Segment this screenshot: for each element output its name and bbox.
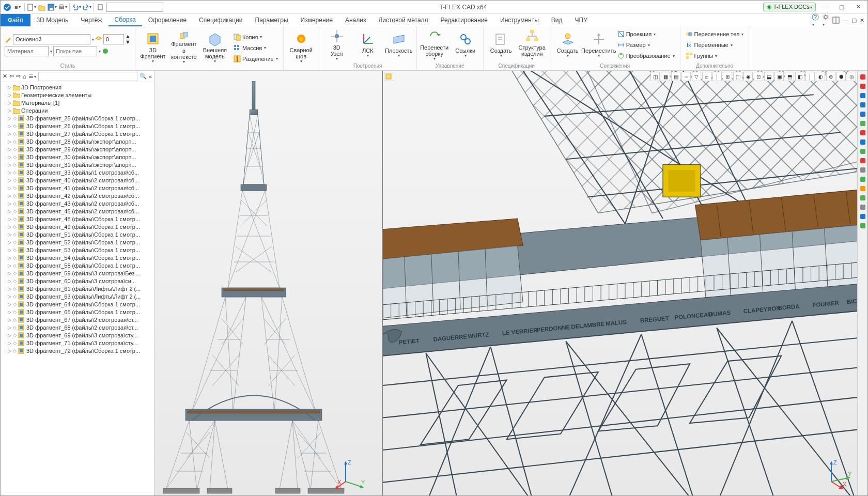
close-doc-icon[interactable]: ✕ <box>860 17 864 24</box>
strip-tool-8[interactable] <box>859 147 867 156</box>
vp-tool-12[interactable]: ▣ <box>774 72 784 81</box>
tree-search-input[interactable] <box>38 72 137 81</box>
tree-close-icon[interactable]: ✕ <box>3 73 7 80</box>
tree-fragment-item[interactable]: ▷◇3D фрагмент_63 (файлы\Лифты\Лифт 2 (..… <box>1 292 154 300</box>
tflex-docs-link[interactable]: ◉ T-FLEX DOCs▾ <box>763 3 816 11</box>
plane-button[interactable]: Плоскость▾ <box>384 28 413 61</box>
tree-fragment-item[interactable]: ▷◇3D фрагмент_27 (файлы\Сборка 1 смотр..… <box>1 130 154 137</box>
tree-fragment-item[interactable]: ▷◇3D фрагмент_29 (файлы\экспорт\апорп... <box>1 145 154 153</box>
tree-fragment-item[interactable]: ▷◇3D фрагмент_25 (файлы\Сборка 1 смотр..… <box>1 114 154 122</box>
layers-icon[interactable] <box>95 36 102 43</box>
tab-анализ[interactable]: Анализ <box>339 14 373 26</box>
tree-fragment-item[interactable]: ▷◇3D фрагмент_72 (файлы\Сборка 1 смотр..… <box>1 347 154 354</box>
tree-fragment-item[interactable]: ▷◇3D фрагмент_45 (файлы\2 смотровая\сб..… <box>1 207 154 215</box>
save-icon[interactable]: ▾ <box>48 3 57 12</box>
open-icon[interactable] <box>37 3 47 12</box>
vp-tool-10[interactable]: ⊡ <box>754 72 763 81</box>
tree-fragment-item[interactable]: ▷◇3D фрагмент_69 (файлы\3 смотрова\сту..… <box>1 331 154 339</box>
vp-filter-icon[interactable] <box>384 72 393 81</box>
tree-list-icon[interactable]: ☰▾ <box>28 73 36 80</box>
strip-tool-6[interactable] <box>859 129 867 137</box>
doc-dropdown-icon[interactable] <box>96 3 105 12</box>
tree-fragment-item[interactable]: ▷◇3D фрагмент_42 (файлы\2 смотровая\сб..… <box>1 192 154 199</box>
tab-чпу[interactable]: ЧПУ <box>569 14 594 26</box>
intersect-button[interactable]: Пересечение тел▾ <box>684 29 746 39</box>
vp-tool-8[interactable]: ⬚ <box>733 72 742 81</box>
tab-инструменты[interactable]: Инструменты <box>494 14 545 26</box>
weld-button[interactable]: Сварнойшов▾ <box>287 32 316 65</box>
links-button[interactable]: Ссылки▾ <box>451 28 480 61</box>
tree-fragment-item[interactable]: ▷◇3D фрагмент_59 (файлы\3 смотрова\Без .… <box>1 269 154 277</box>
file-tab[interactable]: Файл <box>1 14 30 26</box>
transform-button[interactable]: Преобразование▾ <box>615 51 677 61</box>
vp-tool-13[interactable]: ⬒ <box>785 72 794 81</box>
strip-tool-14[interactable] <box>859 203 867 211</box>
maximize-button[interactable]: ▢ <box>834 2 849 12</box>
vp-tool-3[interactable]: ⎃ <box>681 72 691 81</box>
tab-чертёж[interactable]: Чертёж <box>74 14 108 26</box>
create2-button[interactable]: Создать▾ <box>553 28 582 61</box>
gear-icon[interactable]: ▾ <box>822 13 829 27</box>
close-button[interactable]: ✕ <box>851 2 865 12</box>
coating-input[interactable] <box>53 46 97 56</box>
strip-tool-12[interactable] <box>859 184 867 193</box>
tree-fragment-item[interactable]: ▷◇3D фрагмент_58 (файлы\Сборка 1 смотр..… <box>1 261 154 269</box>
tree-folder[interactable]: ▷Геометрические элементы <box>1 91 154 99</box>
strip-tool-0[interactable] <box>859 73 867 81</box>
tree-collapse-icon[interactable]: « <box>149 73 152 80</box>
vp-tool-0[interactable]: ◫ <box>650 72 660 81</box>
external-model-button[interactable]: Внешняямодель▾ <box>200 32 229 65</box>
tab-измерение[interactable]: Измерение <box>295 14 339 26</box>
tree-fragment-item[interactable]: ▷◇3D фрагмент_54 (файлы\Сборка 1 смотр..… <box>1 254 154 261</box>
fragment-context-button[interactable]: Фрагментв контексте▾ <box>169 32 198 65</box>
vp-tool-11[interactable]: ⬓ <box>764 72 773 81</box>
tab-листовой металл[interactable]: Листовой металл <box>372 14 434 26</box>
create-button[interactable]: Создать▾ <box>487 28 516 61</box>
viewport-1[interactable]: ✕ ⇦ ⇨ ⌂ ☰▾ 🔍 « ▷3D Построения▷Геометриче… <box>1 71 383 495</box>
qat-combo[interactable] <box>106 3 163 12</box>
3d-fragment-button[interactable]: 3DФрагмент▾ <box>138 32 167 65</box>
tree-fragment-item[interactable]: ▷◇3D фрагмент_68 (файлы\2 смотровая\ст..… <box>1 323 154 331</box>
split-button[interactable]: Разделение▾ <box>231 54 280 64</box>
tree-fragment-item[interactable]: ▷◇3D фрагмент_71 (файлы\3 смотрова\сту..… <box>1 339 154 347</box>
tree-fwd-icon[interactable]: ⇨ <box>16 73 21 80</box>
vp-tool-2[interactable]: ▤ <box>671 72 680 81</box>
menu-icon[interactable]: ≡▾ <box>13 3 22 12</box>
rebuild-button[interactable]: Перенестисборку▾ <box>420 28 449 61</box>
print-icon[interactable]: ▾ <box>58 3 67 12</box>
strip-tool-10[interactable] <box>859 166 867 174</box>
style-main-dropdown[interactable] <box>13 34 90 44</box>
vars-button[interactable]: fxПеременные▾ <box>684 40 746 50</box>
strip-tool-2[interactable] <box>859 91 867 100</box>
vp-tool-14[interactable]: ◧ <box>795 72 804 81</box>
tab-3d модель[interactable]: 3D Модель <box>30 14 75 26</box>
style-num-input[interactable] <box>103 34 124 44</box>
vp-tool-16[interactable]: ◐ <box>816 72 825 81</box>
tab-сборка[interactable]: Сборка <box>109 14 142 26</box>
vp-tool-5[interactable]: ⎄ <box>702 72 711 81</box>
strip-tool-4[interactable] <box>859 110 867 118</box>
vp-tool-7[interactable]: ⊞ <box>723 72 732 81</box>
move-button[interactable]: Переместить▾ <box>584 28 613 61</box>
tree-fragment-item[interactable]: ▷◇3D фрагмент_28 (файлы\экспорт\апорп... <box>1 137 154 145</box>
tree-fragment-item[interactable]: ▷◇3D фрагмент_64 (файлы\Сборка 1 смотр..… <box>1 300 154 308</box>
tab-оформление[interactable]: Оформление <box>142 14 193 26</box>
undo-icon[interactable]: ▾ <box>72 3 81 12</box>
tree-fragment-item[interactable]: ▷◇3D фрагмент_52 (файлы\Сборка 1 смотр..… <box>1 238 154 246</box>
viewport-2[interactable]: ◫▦▤⎃▽⎄│⊞⬚◉⊡⬓▣⬒◧│◐⊕⬢◎⎙ <box>383 71 867 495</box>
help-icon[interactable]: ?▾ <box>812 13 819 27</box>
lcs-button[interactable]: ЛСК▾ <box>353 28 382 61</box>
tree-fragment-item[interactable]: ▷◇3D фрагмент_48 (файлы\Сборка 1 смотр..… <box>1 215 154 223</box>
copy-button[interactable]: Копия▾ <box>231 32 280 42</box>
tree-fragment-item[interactable]: ▷◇3D фрагмент_61 (файлы\Лифты\Лифт 2 (..… <box>1 285 154 292</box>
window-layout-icon[interactable] <box>832 17 840 24</box>
strip-tool-1[interactable] <box>859 82 867 90</box>
tree-home-icon[interactable]: ⌂ <box>23 73 26 80</box>
tree-fragment-item[interactable]: ▷◇3D фрагмент_31 (файлы\экспорт\апорп... <box>1 161 154 168</box>
strip-tool-16[interactable] <box>859 222 867 230</box>
vp-tool-15[interactable]: │ <box>805 72 815 81</box>
vp-tool-1[interactable]: ▦ <box>661 72 670 81</box>
tab-вид[interactable]: Вид <box>545 14 569 26</box>
vp-tool-17[interactable]: ⊕ <box>826 72 835 81</box>
model-tree[interactable]: ▷3D Построения▷Геометрические элементы▷М… <box>1 82 154 495</box>
